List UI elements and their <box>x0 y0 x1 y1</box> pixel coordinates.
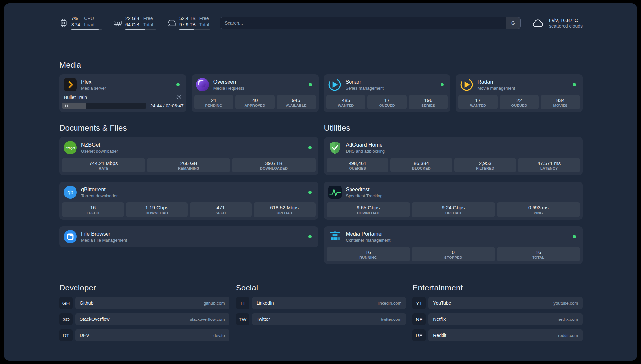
service-description: Torrent downloader <box>81 193 304 198</box>
stat-pending: 21 PENDING <box>194 95 233 109</box>
cpu-progress-bar <box>71 29 102 30</box>
cpu-usage-label: CPU <box>84 16 94 22</box>
service-description: Movie management <box>477 86 569 91</box>
bookmark-stackoverflow[interactable]: SO StackOverflow stackoverflow.com <box>59 313 229 325</box>
service-card-portainer[interactable]: Media Portainer Container management 16 … <box>324 226 583 264</box>
nzbget-icon: nzbget <box>63 141 77 155</box>
bookmark-name: DEV <box>80 333 89 338</box>
weather-condition: scattered clouds <box>549 23 583 29</box>
service-card-speedtest[interactable]: Speedtest Speedtest Tracking 9.65 Gbps D… <box>324 182 583 220</box>
weather-location: Lviv, 16.87°C <box>549 17 583 23</box>
service-name: qBittorrent <box>81 187 304 193</box>
memory-total-label: Total <box>143 22 153 28</box>
bookmark-linkedin[interactable]: LI LinkedIn linkedin.com <box>236 297 406 309</box>
search-provider-button[interactable]: G <box>506 17 520 29</box>
service-card-nzbget[interactable]: nzbget NZBGet Usenet downloader 744.21 M… <box>59 137 318 175</box>
weather-widget: Lviv, 16.87°C scattered clouds <box>531 17 583 29</box>
playback-progress-bar[interactable] <box>62 103 146 109</box>
svg-text:qb: qb <box>67 190 73 195</box>
service-name: Plex <box>81 79 172 85</box>
bookmark-abbr: GH <box>59 297 73 309</box>
now-playing-title: Bullet Train <box>64 95 87 100</box>
bookmark-netflix[interactable]: NF Netflix netflix.com <box>412 313 583 325</box>
bookmark-twitter[interactable]: TW Twitter twitter.com <box>236 313 406 325</box>
stat-upload: 618.52 Mbps UPLOAD <box>254 202 316 217</box>
memory-progress-bar <box>125 29 156 30</box>
bookmark-abbr: RE <box>412 329 426 341</box>
service-card-adguard[interactable]: AdGuard Home DNS and adblocking 498,461 … <box>324 137 583 175</box>
bookmark-group-developer: Developer GH Github github.com SO StackO… <box>59 283 229 341</box>
status-dot <box>308 146 312 149</box>
search-input[interactable] <box>220 17 506 29</box>
service-description: Container management <box>346 238 569 243</box>
stat-series: 196 SERIES <box>409 95 448 109</box>
bookmark-abbr: NF <box>412 313 426 325</box>
bookmark-group-title: Social <box>236 283 406 292</box>
playback-time: 24:44 / 02:06:47 <box>146 103 184 108</box>
cpu-widget: 7% 3.24 CPU Load <box>59 16 102 30</box>
bookmark-github[interactable]: GH Github github.com <box>59 297 229 309</box>
service-description: Media server <box>81 86 172 91</box>
service-card-sonarr[interactable]: Sonarr Series management 485 WANTED 17 Q… <box>324 74 451 112</box>
service-card-overseerr[interactable]: Overseerr Media Requests 21 PENDING 40 A… <box>192 74 319 112</box>
gear-icon[interactable] <box>176 94 182 100</box>
cloud-icon <box>531 17 545 29</box>
section-media: Media Plex Media server <box>59 60 583 112</box>
adguard-icon <box>328 141 342 155</box>
service-card-plex[interactable]: Plex Media server Bullet Train <box>59 74 186 112</box>
stat-upload: 9.24 Gbps UPLOAD <box>412 202 495 217</box>
bookmark-name: Netflix <box>433 317 446 322</box>
memory-progress-fill <box>125 29 145 30</box>
disk-progress-fill <box>179 29 194 30</box>
service-name: Overseerr <box>213 79 305 85</box>
stat-latency: 47.571 ms LATENCY <box>518 158 580 172</box>
bookmark-url: linkedin.com <box>378 301 401 306</box>
service-name: Sonarr <box>346 79 437 85</box>
bookmark-abbr: DT <box>59 329 73 341</box>
resource-widgets: 7% 3.24 CPU Load <box>59 16 210 30</box>
stat-wanted: 485 WANTED <box>326 95 366 109</box>
disk-icon <box>168 19 176 27</box>
cpu-usage-value: 7% <box>71 16 80 22</box>
bookmark-name: Twitter <box>257 317 270 322</box>
bookmark-group-title: Developer <box>59 283 229 292</box>
topbar-divider <box>59 40 583 40</box>
disk-free-label: Free <box>199 16 209 22</box>
stat-seed: 471 SEED <box>190 202 252 217</box>
service-card-filebrowser[interactable]: File Browser Media File Management <box>59 226 318 247</box>
section-utilities: Utilities AdGuard Home <box>324 123 583 264</box>
bookmark-youtube[interactable]: YT YouTube youtube.com <box>412 297 583 309</box>
svg-text:nzbget: nzbget <box>66 146 75 150</box>
status-dot <box>308 191 312 194</box>
stat-downloaded: 39.6 TB DOWNLOADED <box>232 158 315 172</box>
bookmark-reddit[interactable]: RE Reddit reddit.com <box>412 329 583 341</box>
service-name: AdGuard Home <box>346 142 579 148</box>
service-name: Speedtest <box>346 187 579 193</box>
stat-available: 945 AVAILABLE <box>277 95 316 109</box>
bookmark-url: stackoverflow.com <box>190 317 225 322</box>
memory-free-label: Free <box>143 16 153 22</box>
service-name: Radarr <box>477 79 569 85</box>
service-card-radarr[interactable]: Radarr Movie management 17 WANTED 22 QUE… <box>456 74 583 112</box>
pause-icon[interactable] <box>62 103 71 109</box>
bookmark-dev[interactable]: DT DEV dev.to <box>59 329 229 341</box>
memory-free-value: 22 GiB <box>125 16 139 22</box>
service-card-qbittorrent[interactable]: qb qBittorrent Torrent downloader 16 LEE… <box>59 182 318 220</box>
stat-queued: 17 QUEUED <box>367 95 407 109</box>
bookmark-name: YouTube <box>433 300 451 306</box>
plex-icon <box>63 78 77 92</box>
bookmark-url: netflix.com <box>558 317 578 322</box>
service-description: DNS and adblocking <box>346 149 579 154</box>
memory-total-value: 64 GiB <box>125 22 139 28</box>
playback-track <box>71 103 146 109</box>
top-bar: 7% 3.24 CPU Load <box>59 16 583 30</box>
disk-total-value: 97.9 TB <box>179 22 196 28</box>
service-description: Media File Management <box>81 238 304 243</box>
stat-blocked: 86,384 BLOCKED <box>390 158 452 172</box>
stat-filtered: 2,953 FILTERED <box>454 158 516 172</box>
cpu-progress-fill <box>71 29 99 30</box>
service-description: Speedtest Tracking <box>346 193 579 198</box>
section-documents: Documents & Files nzbget NZBGet U <box>59 123 318 264</box>
bookmark-abbr: LI <box>236 297 249 309</box>
disk-total-label: Total <box>199 22 209 28</box>
